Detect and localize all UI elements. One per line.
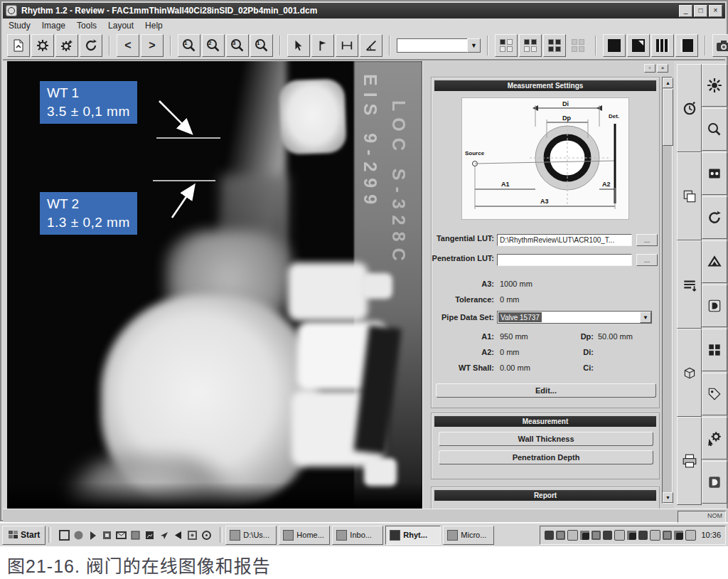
tray-icon-6[interactable]: [603, 531, 612, 540]
tray-icon-3[interactable]: [567, 530, 578, 541]
pointer-tool-button[interactable]: [287, 34, 310, 57]
angle-tool-button[interactable]: [360, 34, 382, 57]
quicklaunch-icon-10[interactable]: [186, 529, 198, 541]
brightness-tool-button[interactable]: [702, 64, 727, 107]
report-tool-button[interactable]: [702, 461, 727, 504]
chevron-down-icon[interactable]: ▼: [640, 312, 651, 323]
quicklaunch-icon-6[interactable]: [129, 529, 141, 541]
dicom-tag-tool-button[interactable]: [702, 285, 727, 327]
quicklaunch-icon-2[interactable]: [73, 529, 85, 541]
tray-icon-4[interactable]: [580, 531, 589, 540]
scroll-down-button[interactable]: ▼: [663, 492, 673, 503]
task-button-inbox[interactable]: Inbo...: [332, 526, 383, 545]
layout-1up-button[interactable]: [495, 34, 518, 57]
chevron-down-icon[interactable]: ▼: [467, 38, 481, 53]
pipe-data-set-dropdown[interactable]: Valve 15737 ▼: [497, 311, 652, 324]
tray-icon-1[interactable]: [545, 531, 554, 540]
menu-tools[interactable]: Tools: [71, 19, 102, 32]
panel-scrollbar[interactable]: ▲ ▼: [662, 77, 673, 504]
film-tool-button[interactable]: [702, 152, 727, 195]
tray-icon-7[interactable]: [614, 530, 625, 541]
display-mode-3-button[interactable]: [651, 34, 674, 57]
tray-icon-12[interactable]: [674, 531, 683, 540]
maximize-button[interactable]: □: [694, 5, 707, 17]
zoom-fit-button[interactable]: 1: [250, 34, 273, 57]
minimize-button[interactable]: _: [679, 5, 692, 17]
task-button-microsoft[interactable]: Micro...: [443, 526, 494, 545]
measurement-header[interactable]: Measurement: [434, 416, 656, 427]
projection-tool-button[interactable]: [702, 240, 727, 283]
measurement-panel: ▫ × Measurement Settings: [428, 61, 674, 509]
print-tool-button[interactable]: [677, 417, 702, 505]
display-mode-2-button[interactable]: [627, 34, 650, 57]
preset-dropdown[interactable]: ▼: [397, 38, 481, 53]
tray-icon-9[interactable]: [638, 531, 648, 540]
quicklaunch-icon-1[interactable]: [58, 529, 70, 541]
penetration-lut-browse-button[interactable]: ...: [636, 254, 658, 266]
menu-layout[interactable]: Layout: [102, 19, 139, 32]
quicklaunch-icon-3[interactable]: [87, 529, 99, 541]
quicklaunch-icon-5[interactable]: [115, 529, 127, 541]
wall-thickness-button[interactable]: Wall Thickness: [439, 432, 653, 446]
close-button[interactable]: ×: [709, 5, 722, 17]
label-tool-button[interactable]: [702, 373, 727, 415]
report-header[interactable]: Report: [434, 490, 656, 501]
xray-viewport[interactable]: EIS 9-299 LOC S-328C WT 1 3.5 ± 0,1 mm W…: [7, 61, 422, 509]
penetration-lut-input[interactable]: [497, 254, 632, 266]
tray-icon-11[interactable]: [663, 531, 672, 540]
tray-icon-5[interactable]: [592, 531, 601, 540]
panel-close-button[interactable]: ×: [657, 64, 668, 73]
marker-tool-button[interactable]: [311, 34, 334, 57]
scroll-up-button[interactable]: ▲: [663, 78, 673, 88]
rotate-tool-button[interactable]: [702, 196, 727, 239]
wt-shall-value: 0.00 mm: [500, 363, 530, 372]
timer-tool-button[interactable]: [677, 64, 702, 152]
quicklaunch-icon-7[interactable]: [144, 529, 156, 541]
snapshot-button[interactable]: [712, 34, 728, 57]
menu-image[interactable]: Image: [36, 19, 71, 32]
task-button-rhythm[interactable]: Rhyt...: [385, 526, 441, 545]
next-image-button[interactable]: >: [141, 34, 164, 57]
zoom-1x-button[interactable]: 1: [178, 34, 200, 57]
quicklaunch-icon-4[interactable]: [101, 529, 113, 541]
panel-restore-button[interactable]: ▫: [644, 64, 655, 73]
volume-tool-button[interactable]: [677, 329, 702, 417]
scroll-thumb[interactable]: [663, 89, 673, 146]
tray-icon-10[interactable]: [650, 530, 660, 541]
tray-icon-8[interactable]: [627, 531, 636, 540]
task-button-explorer[interactable]: D:\Us...: [225, 526, 277, 545]
measurement-settings-header[interactable]: Measurement Settings: [434, 80, 656, 91]
distance-tool-button[interactable]: [336, 34, 358, 57]
quicklaunch-icon-9[interactable]: [172, 529, 184, 541]
menu-study[interactable]: Study: [3, 19, 36, 32]
task-button-home[interactable]: Home...: [279, 526, 330, 545]
tangential-lut-browse-button[interactable]: ...: [636, 234, 658, 246]
layout-2up-button[interactable]: [519, 34, 542, 57]
pipe-data-set-value[interactable]: Valve 15737: [498, 312, 542, 322]
tray-icon-13[interactable]: [685, 530, 696, 541]
zoom-2x-button[interactable]: 2: [202, 34, 225, 57]
auto-process-button[interactable]: [55, 34, 78, 57]
layout-4up-button[interactable]: [543, 34, 566, 57]
process-button[interactable]: [31, 34, 54, 57]
tray-icon-2[interactable]: [556, 531, 565, 540]
penetration-depth-button[interactable]: Penetration Depth: [439, 450, 653, 464]
display-mode-4-button[interactable]: [675, 34, 698, 57]
window-level-tool-button[interactable]: [677, 240, 702, 329]
menu-help[interactable]: Help: [139, 19, 168, 32]
start-button[interactable]: Start: [2, 526, 46, 545]
preset-dropdown-value[interactable]: [397, 38, 467, 53]
previous-image-button[interactable]: <: [117, 34, 139, 57]
tangential-lut-input[interactable]: D:\RhythmReview\LUT\ACR100_T...: [497, 234, 632, 246]
quicklaunch-icon-8[interactable]: [158, 529, 170, 541]
edit-button[interactable]: Edit...: [436, 383, 656, 398]
quicklaunch-icon-11[interactable]: [200, 529, 213, 541]
display-mode-1-button[interactable]: [603, 34, 626, 57]
open-image-button[interactable]: [7, 34, 30, 57]
copy-tool-button[interactable]: [677, 152, 702, 240]
settings-tool-button[interactable]: [702, 417, 727, 460]
zoom-3x-button[interactable]: 3: [226, 34, 249, 57]
magnify-tool-button[interactable]: [702, 108, 727, 151]
reset-button[interactable]: [80, 34, 102, 57]
grid-tool-button[interactable]: [702, 329, 727, 371]
